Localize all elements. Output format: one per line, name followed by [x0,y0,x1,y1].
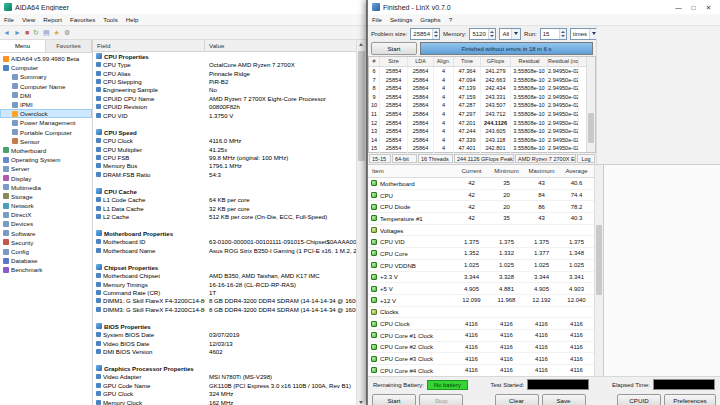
aida64-titlebar[interactable]: AIDA64 Engineer [0,0,366,14]
field-row-dimm1-g-skill-flarex-f4-3200c14-8gfx[interactable]: DIMM1: G Skill FlareX F4-3200C14-8GFX8 G… [93,297,356,305]
section-row-graphics-processor-properties[interactable]: Graphics Processor Properties [93,364,356,372]
field-row-cpu-multiplier[interactable]: CPU Multiplier41.25x [93,145,356,153]
sidebar-item-benchmark[interactable]: Benchmark [0,265,92,274]
section-row-chipset-properties[interactable]: Chipset Properties [93,263,356,271]
maximize-button[interactable]: □ [686,1,701,14]
linx-menu-graphs[interactable]: Graphs [416,14,444,25]
sensor-row-cpu-vddnb[interactable]: CPU VDDNB1.0251.0251.0251.025 [368,260,594,272]
sensor-row-cpu-core[interactable]: CPU Core1.3521.3321.3771.348 [368,248,594,260]
field-row-motherboard-id[interactable]: Motherboard ID63-0100-000001-00101111-09… [93,238,356,246]
results-row[interactable]: 132585425864447.244243.6053.55808e-102.9… [369,127,595,136]
linx-menu-settings[interactable]: Settings [386,14,416,25]
results-row[interactable]: 72585425864447.094242.6633.55808e-102.94… [369,76,595,85]
sidebar-item-summary[interactable]: Summary [0,72,92,81]
sidebar-item-storage[interactable]: Storage [0,192,92,201]
field-row-memory-timings[interactable]: Memory Timings16-16-16-28 (CL-RCD-RP-RAS… [93,280,356,288]
field-row-command-rate-cr[interactable]: Command Rate (CR)1T [93,288,356,296]
spinner-icon[interactable] [488,29,495,39]
value-column-header[interactable]: Value [205,40,356,51]
aida64-vertical-scrollbar[interactable] [356,40,366,405]
sidebar-item-display[interactable]: Display [0,173,92,182]
problem-size-input[interactable]: 25854 [410,28,440,40]
sidebar-item-ipmi[interactable]: IPMI [0,100,92,109]
memory-input[interactable]: 5120 [469,28,496,40]
start-test-button[interactable]: Start [371,42,417,55]
sidebar-item-operating-system[interactable]: Operating System [0,155,92,164]
sensor-row-3-3-v[interactable]: +3.3 V3.3443.3283.3443.341 [368,272,594,284]
field-row-l2-cache[interactable]: L2 Cache512 KB per core (On-Die, ECC, Fu… [93,212,356,220]
section-row-cpu-speed[interactable]: CPU Speed [93,128,356,136]
sensor-row-motherboard[interactable]: Motherboard42354340.6 [368,178,594,190]
sidebar-item-config[interactable]: Config [0,247,92,256]
sidebar-item-computer-name[interactable]: Computer Name [0,82,92,91]
results-row[interactable]: 152585425864447.401242.8013.55808e-102.9… [369,144,595,153]
results-scrollbar[interactable] [586,57,595,152]
sidebar-item-network[interactable]: Network [0,201,92,210]
field-row-cpu-vid[interactable]: CPU VID1.3750 V [93,111,356,119]
results-row[interactable]: 122585425864447.201244.11263.55808e-102.… [369,119,595,128]
field-row-cpu-type[interactable]: CPU TypeOctalCore AMD Ryzen 7 2700X [93,60,356,68]
results-row[interactable]: 142585425864447.339243.1183.55808e-102.9… [369,136,595,145]
sensor-row-cpu-vid[interactable]: CPU VID1.3751.3751.3751.375 [368,236,594,248]
field-row-dimm3-g-skill-flarex-f4-3200c14-8gfx[interactable]: DIMM3: G Skill FlareX F4-3200C14-8GFX8 G… [93,305,356,313]
field-row-cpuid-revision[interactable]: CPUID Revision00800F82h [93,103,356,111]
sidebar-item-devices[interactable]: Devices [0,219,92,228]
close-button[interactable]: ✕ [701,1,716,14]
sensor-row-cpu-core-2-clock[interactable]: CPU Core #2 Clock4116411641164116 [368,342,594,354]
sidebar-item-portable-computer[interactable]: Portable Computer [0,128,92,137]
sidebar-item-security[interactable]: Security [0,238,92,247]
run-count-input[interactable]: 15 [540,28,567,40]
field-row-l1-data-cache[interactable]: L1 Data Cache32 KB per core [93,204,356,212]
sidebar-item-dmi[interactable]: DMI [0,91,92,100]
linx-titlebar[interactable]: Finished - LinX v0.7.0 —□✕ [368,0,720,14]
minimize-button[interactable]: — [671,1,686,14]
forward-icon[interactable]: ► [14,28,21,37]
sidebar-item-computer[interactable]: Computer [0,63,92,72]
spinner-icon[interactable] [432,29,439,39]
scroll-up-icon[interactable] [357,40,366,49]
scrollbar-thumb[interactable] [596,225,602,295]
sensor-row-clocks[interactable]: Clocks [368,307,594,319]
field-row-l1-code-cache[interactable]: L1 Code Cache64 KB per core [93,195,356,203]
refresh-icon[interactable]: ↻ [33,28,39,37]
results-row[interactable]: 92585425864447.159243.3313.55808e-102.94… [369,93,595,102]
scroll-down-icon[interactable] [357,398,366,405]
sensor-row-cpu-core-3-clock[interactable]: CPU Core #3 Clock4116411641164116 [368,353,594,365]
save-button[interactable]: Save [542,394,586,405]
sidebar-tab-favorites[interactable]: Favorites [46,40,92,52]
field-row-motherboard-name[interactable]: Motherboard NameAsus ROG Strix B350-I Ga… [93,246,356,254]
scrollbar-thumb[interactable] [588,113,594,143]
sidebar-item-directx[interactable]: DirectX [0,210,92,219]
sidebar-item-server[interactable]: Server [0,164,92,173]
section-row-cpu-properties[interactable]: CPU Properties [93,52,356,60]
field-row-dmi-bios-version[interactable]: DMI BIOS Version4602 [93,347,356,355]
field-row-dram-fsb-ratio[interactable]: DRAM:FSB Ratio54:3 [93,170,356,178]
section-row-cpu-cache[interactable]: CPU Cache [93,187,356,195]
start-button[interactable]: Start [372,394,416,405]
sidebar-item-database[interactable]: Database [0,256,92,265]
spinner-icon[interactable] [559,29,566,39]
sensor-row-voltages[interactable]: Voltages [368,225,594,237]
memory-mode-dropdown[interactable]: All [499,28,521,40]
field-row-video-adapter[interactable]: Video AdapterMSI N780Ti (MS-V298) [93,373,356,381]
sidebar-item-software[interactable]: Software [0,229,92,238]
sidebar-item-overclock[interactable]: Overclock [0,109,92,118]
field-column-header[interactable]: Field [93,40,205,51]
field-row-gpu-code-name[interactable]: GPU Code NameGK110B (PCI Express 3.0 x16… [93,381,356,389]
linx-menu-item[interactable]: ? [445,14,456,25]
scrollbar-thumb[interactable] [358,51,365,161]
sidebar-tab-menu[interactable]: Menu [0,40,46,52]
preferences-button[interactable]: Preferences [664,394,716,405]
field-row-cpu-stepping[interactable]: CPU SteppingPiR-B2 [93,77,356,85]
field-row-memory-clock[interactable]: Memory Clock162 MHz [93,398,356,405]
field-row-cpuid-cpu-name[interactable]: CPUID CPU NameAMD Ryzen 7 2700X Eight-Co… [93,94,356,102]
report-icon[interactable]: ▤ [43,28,50,37]
field-row-video-bios-date[interactable]: Video BIOS Date12/03/13 [93,339,356,347]
field-row-engineering-sample[interactable]: Engineering SampleNo [93,86,356,94]
field-row-system-bios-date[interactable]: System BIOS Date03/07/2019 [93,330,356,338]
sidebar-item-sensor[interactable]: Sensor [0,137,92,146]
field-row-motherboard-chipset[interactable]: Motherboard ChipsetAMD B350, AMD Taishan… [93,271,356,279]
aida-menu-tools[interactable]: Tools [99,14,121,25]
linx-menu-file[interactable]: File [368,14,386,25]
status-log[interactable]: Log [577,154,595,163]
